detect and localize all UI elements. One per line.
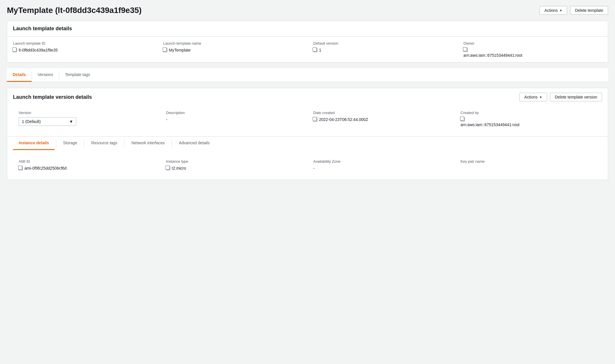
copy-icon[interactable] [13, 48, 17, 52]
description-field: Description - [160, 106, 308, 132]
date-created-label: Date created [313, 111, 449, 115]
inner-tab-separator-2 [84, 139, 84, 147]
inner-tab-instance-details[interactable]: Instance details [13, 136, 55, 150]
default-version-label: Default version [313, 41, 452, 46]
inner-tab-network-interfaces[interactable]: Network interfaces [126, 136, 170, 150]
created-by-field: Created by arn:aws:iam::675153449441:roo… [455, 106, 602, 132]
ami-id-label: AMI ID [19, 159, 155, 164]
date-created-text: 2022-04-23T06:52:44.000Z [319, 117, 368, 122]
chevron-down-icon: ▼ [559, 9, 562, 12]
key-pair-name-field: Key pair name [455, 155, 602, 175]
copy-icon[interactable] [313, 117, 317, 122]
instance-type-text: t2.micro [172, 166, 186, 170]
availability-zone-field: Availability Zone - [308, 155, 455, 175]
version-details-actions: Actions ▼ Delete template version [519, 93, 602, 101]
dropdown-arrow-icon: ▼ [69, 119, 73, 124]
inner-tabs-list: Instance details Storage Resource tags N… [7, 136, 608, 150]
delete-template-version-button[interactable]: Delete template version [550, 93, 602, 101]
owner-text: arn:aws:iam::675153449441:root [464, 53, 523, 58]
description-label: Description [166, 111, 302, 115]
version-field: Version 1 (Default) ▼ [13, 106, 160, 132]
launch-template-id-value: lt-0f8dd3c439a1f9e35 [13, 48, 152, 52]
launch-template-name-label: Launch template name [163, 41, 302, 46]
ami-id-field: AMI ID ami-0f9fc25dd2506cf6d [13, 155, 160, 175]
created-by-label: Created by [461, 111, 597, 115]
copy-icon[interactable] [464, 48, 468, 52]
copy-icon[interactable] [19, 166, 23, 170]
instance-type-value: t2.micro [166, 166, 302, 170]
chevron-down-icon: ▼ [539, 96, 542, 99]
launch-template-details-title: Launch template details [13, 26, 602, 32]
inner-tab-separator-4 [172, 139, 172, 147]
launch-template-details-grid: Launch template ID lt-0f8dd3c439a1f9e35 … [7, 37, 608, 62]
ami-id-text: ami-0f9fc25dd2506cf6d [24, 166, 67, 170]
tab-versions[interactable]: Versions [32, 68, 59, 82]
tab-details[interactable]: Details [7, 68, 32, 82]
inner-tabs: Instance details Storage Resource tags N… [7, 136, 608, 150]
created-by-text: arn:aws:iam::675153449441:root [461, 122, 520, 127]
description-value: - [166, 117, 302, 122]
version-details-card: Launch template version details Actions … [7, 88, 608, 180]
main-tabs: Details Versions Template tags [7, 68, 608, 82]
actions-label: Actions [544, 8, 558, 13]
launch-template-id-field: Launch template ID lt-0f8dd3c439a1f9e35 [7, 37, 157, 62]
inner-tab-advanced-details[interactable]: Advanced details [173, 136, 215, 150]
availability-zone-label: Availability Zone [313, 159, 449, 164]
copy-icon[interactable] [313, 48, 317, 52]
version-select-value: 1 (Default) [22, 119, 41, 124]
launch-template-name-field: Launch template name MyTemplate [157, 37, 308, 62]
default-version-value: 1 [313, 48, 452, 52]
copy-icon[interactable] [163, 48, 167, 52]
launch-template-details-card: Launch template details Launch template … [7, 21, 608, 62]
inner-tab-storage[interactable]: Storage [57, 136, 83, 150]
instance-type-field: Instance type t2.micro [160, 155, 308, 175]
availability-zone-value: - [313, 166, 449, 170]
date-created-value: 2022-04-23T06:52:44.000Z [313, 117, 449, 122]
inner-tab-resource-tags[interactable]: Resource tags [86, 136, 123, 150]
version-select[interactable]: 1 (Default) ▼ [19, 117, 76, 126]
default-version-field: Default version 1 [308, 37, 458, 62]
launch-template-id-label: Launch template ID [13, 41, 152, 46]
actions-button[interactable]: Actions ▼ [540, 6, 567, 15]
launch-template-id-text: lt-0f8dd3c439a1f9e35 [19, 48, 58, 52]
owner-label: Owner [464, 41, 602, 46]
owner-field: Owner arn:aws:iam::675153449441:root [458, 37, 608, 62]
inner-tab-separator-1 [56, 139, 56, 147]
launch-template-name-text: MyTemplate [169, 48, 191, 52]
inner-tab-separator-3 [124, 139, 124, 147]
created-by-value: arn:aws:iam::675153449441:root [461, 117, 597, 127]
instance-details-grid: AMI ID ami-0f9fc25dd2506cf6d Instance ty… [7, 150, 608, 180]
instance-type-label: Instance type [166, 159, 302, 164]
date-created-field: Date created 2022-04-23T06:52:44.000Z [308, 106, 455, 132]
key-pair-name-label: Key pair name [461, 159, 597, 164]
version-actions-button[interactable]: Actions ▼ [519, 93, 547, 101]
copy-icon[interactable] [166, 166, 170, 170]
version-label: Version [19, 111, 155, 115]
version-details-title-row: Launch template version details Actions … [7, 88, 608, 101]
version-actions-label: Actions [524, 95, 538, 99]
description-text: - [166, 117, 168, 122]
copy-icon[interactable] [461, 117, 465, 121]
page-title: MyTemplate (lt-0f8dd3c439a1f9e35) [7, 6, 142, 15]
tab-template-tags[interactable]: Template tags [59, 68, 96, 82]
owner-value: arn:aws:iam::675153449441:root [464, 48, 602, 58]
ami-id-value: ami-0f9fc25dd2506cf6d [19, 166, 155, 170]
delete-template-button[interactable]: Delete template [570, 6, 608, 15]
availability-zone-text: - [313, 166, 315, 170]
page-header: MyTemplate (lt-0f8dd3c439a1f9e35) Action… [7, 6, 608, 15]
header-actions: Actions ▼ Delete template [540, 6, 608, 15]
default-version-text: 1 [319, 48, 321, 52]
version-details-title: Launch template version details [13, 94, 92, 100]
launch-template-details-header: Launch template details [7, 21, 608, 37]
launch-template-name-value: MyTemplate [163, 48, 302, 52]
version-details-grid: Version 1 (Default) ▼ Description - Date… [7, 101, 608, 136]
main-tabs-list: Details Versions Template tags [7, 68, 608, 82]
